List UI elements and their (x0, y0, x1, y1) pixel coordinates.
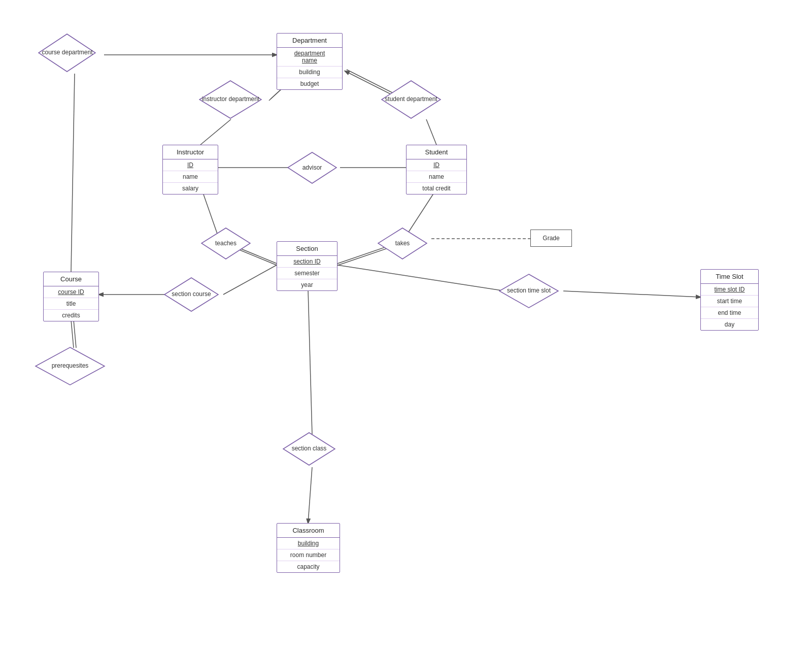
svg-line-19 (337, 265, 505, 291)
timeslot-attr-id: time slot ID (701, 284, 758, 296)
timeslot-attr-day: day (701, 319, 758, 330)
course-attr-title: title (44, 298, 98, 310)
svg-line-18 (223, 265, 277, 295)
student-attr-totalcredit: total credit (407, 183, 466, 194)
student-attr-name: name (407, 171, 466, 183)
section-title: Section (277, 242, 337, 256)
instructor-entity: Instructor ID name salary (162, 145, 218, 194)
takes-diamond: takes (377, 227, 428, 260)
timeslot-title: Time Slot (701, 270, 758, 284)
section-class-diamond: section class (282, 432, 336, 466)
course-department-diamond: course department (38, 33, 96, 73)
classroom-attr-capacity: capacity (277, 561, 340, 572)
teaches-label: teaches (215, 240, 236, 248)
prereq-diamond: prerequesites (35, 346, 106, 386)
section-attr-id: section ID (277, 256, 337, 268)
section-entity: Section section ID semester year (277, 241, 337, 291)
department-title: Department (277, 34, 342, 48)
instructor-attr-id: ID (163, 159, 218, 171)
student-department-diamond: student department (381, 80, 442, 119)
takes-label: takes (395, 240, 410, 248)
svg-line-22 (308, 467, 312, 523)
timeslot-attr-start: start time (701, 296, 758, 307)
section-timeslot-label: section time slot (507, 287, 551, 295)
svg-line-21 (308, 289, 312, 434)
section-course-label: section course (172, 290, 211, 299)
course-department-label: course department (42, 49, 92, 57)
classroom-attr-room: room number (277, 549, 340, 561)
dept-attr-name: departmentname (277, 48, 342, 67)
section-attr-semester: semester (277, 268, 337, 279)
course-attr-credits: credits (44, 310, 98, 321)
classroom-attr-building: building (277, 538, 340, 549)
instructor-department-diamond: instructor department (199, 80, 262, 119)
svg-line-4 (200, 119, 231, 145)
section-timeslot-diamond: section time slot (498, 273, 559, 309)
svg-line-23 (71, 320, 74, 348)
classroom-entity: Classroom building room number capacity (277, 523, 340, 573)
section-class-label: section class (292, 445, 327, 453)
er-diagram: Department departmentname building budge… (0, 0, 812, 650)
student-department-label: student department (385, 95, 437, 104)
instructor-attr-salary: salary (163, 183, 218, 194)
instructor-attr-name: name (163, 171, 218, 183)
course-entity: Course course ID title credits (43, 272, 99, 321)
svg-line-7 (426, 119, 436, 145)
instructor-department-label: instructor department (202, 95, 259, 104)
dept-attr-building: building (277, 67, 342, 78)
grade-label: Grade (543, 235, 559, 242)
teaches-diamond: teaches (200, 227, 251, 260)
student-entity: Student ID name total credit (406, 145, 467, 194)
prereq-label: prerequesites (52, 362, 89, 370)
advisor-diamond: advisor (287, 151, 337, 184)
section-attr-year: year (277, 279, 337, 290)
timeslot-attr-end: end time (701, 307, 758, 319)
grade-box: Grade (530, 230, 572, 247)
student-attr-id: ID (407, 159, 466, 171)
svg-line-24 (74, 320, 76, 348)
advisor-label: advisor (302, 164, 322, 172)
instructor-title: Instructor (163, 145, 218, 159)
department-entity: Department departmentname building budge… (277, 33, 343, 90)
course-title: Course (44, 272, 98, 286)
section-course-diamond: section course (163, 277, 219, 312)
svg-line-20 (563, 291, 700, 297)
timeslot-entity: Time Slot time slot ID start time end ti… (700, 269, 759, 331)
svg-line-1 (71, 74, 75, 272)
classroom-title: Classroom (277, 524, 340, 538)
student-title: Student (407, 145, 466, 159)
dept-attr-budget: budget (277, 78, 342, 89)
course-attr-id: course ID (44, 286, 98, 298)
